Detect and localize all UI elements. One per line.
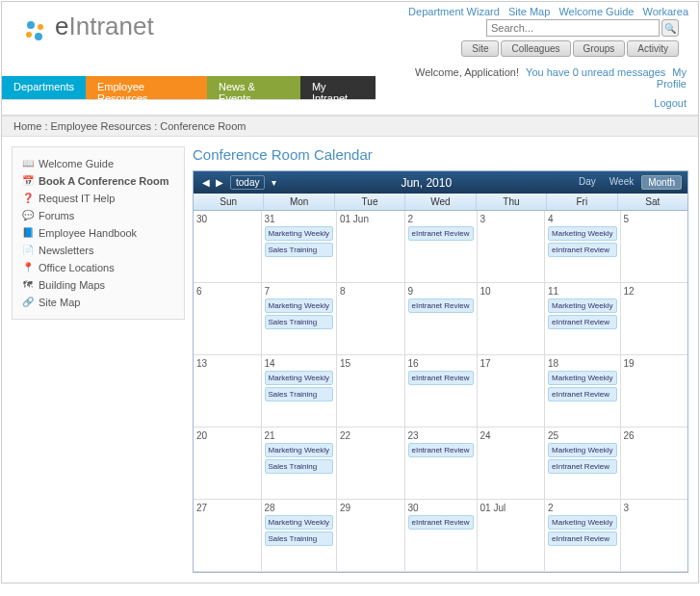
day-cell[interactable]: 17 (478, 355, 546, 428)
day-cell[interactable]: 2Marketing WeeklyeIntranet Review (545, 500, 620, 572)
calendar-event[interactable]: Marketing Weekly (265, 515, 333, 530)
day-cell[interactable]: 8 (337, 283, 405, 355)
logout-link[interactable]: Logout (654, 97, 687, 109)
day-cell[interactable]: 5 (621, 211, 688, 283)
day-cell[interactable]: 28Marketing WeeklySales Training (262, 500, 337, 572)
logo-e: e (55, 12, 68, 40)
calendar-event[interactable]: eIntranet Review (408, 226, 474, 241)
calendar-event[interactable]: Marketing Weekly (265, 226, 333, 241)
sidebar-employee-handbook[interactable]: 📘Employee Handbook (22, 224, 174, 242)
day-cell[interactable]: 31Marketing WeeklySales Training (262, 211, 337, 283)
calendar-event[interactable]: eIntranet Review (548, 531, 616, 546)
day-cell[interactable]: 3 (621, 500, 688, 572)
calendar-event[interactable]: Sales Training (265, 243, 333, 257)
calendar-event[interactable]: eIntranet Review (548, 387, 616, 402)
crumb-emp[interactable]: Employee Resources (51, 120, 152, 132)
day-cell[interactable]: 13 (194, 355, 262, 428)
day-cell[interactable]: 23eIntranet Review (405, 428, 478, 500)
day-number: 12 (624, 286, 686, 297)
cal-next-button[interactable]: ▶ (213, 177, 226, 188)
calendar-event[interactable]: Marketing Weekly (548, 515, 616, 530)
day-cell[interactable]: 2eIntranet Review (405, 211, 478, 283)
filter-activity[interactable]: Activity (627, 40, 679, 57)
cal-view-day[interactable]: Day (573, 175, 602, 190)
day-cell[interactable]: 29 (337, 500, 405, 572)
day-cell[interactable]: 22 (337, 428, 405, 500)
link-workarea[interactable]: Workarea (643, 6, 688, 17)
calendar-event[interactable]: eIntranet Review (548, 243, 616, 257)
day-cell[interactable]: 26 (621, 428, 688, 500)
calendar-event[interactable]: Marketing Weekly (548, 443, 616, 457)
day-cell[interactable]: 01 Jun (337, 211, 405, 283)
day-cell[interactable]: 20 (194, 428, 262, 500)
day-cell[interactable]: 11Marketing WeeklyeIntranet Review (545, 283, 620, 355)
link-welcome-guide[interactable]: Welcome Guide (558, 6, 634, 17)
calendar-event[interactable]: eIntranet Review (408, 443, 474, 457)
filter-colleagues[interactable]: Colleagues (501, 40, 570, 57)
calendar-event[interactable]: Sales Training (265, 459, 333, 474)
day-cell[interactable]: 30eIntranet Review (405, 500, 478, 572)
nav-news-events[interactable]: News & Events (207, 76, 300, 99)
day-cell[interactable]: 25Marketing WeeklyeIntranet Review (545, 428, 620, 500)
sidebar-office-locations[interactable]: 📍Office Locations (22, 259, 174, 276)
filter-site[interactable]: Site (461, 40, 499, 57)
day-cell[interactable]: 4Marketing WeeklyeIntranet Review (545, 211, 620, 283)
logo-icon (21, 17, 48, 46)
cal-prev-button[interactable]: ◀ (199, 177, 213, 188)
day-cell[interactable]: 6 (194, 283, 262, 355)
sidebar-building-maps[interactable]: 🗺Building Maps (22, 276, 174, 294)
svg-point-1 (38, 24, 43, 30)
day-cell[interactable]: 3 (478, 211, 546, 283)
sidebar-newsletters[interactable]: 📄Newsletters (22, 242, 174, 259)
sidebar-welcome-guide[interactable]: 📖Welcome Guide (22, 155, 174, 172)
search-button[interactable]: 🔍 (661, 19, 679, 37)
day-cell[interactable]: 30 (194, 211, 262, 283)
filter-groups[interactable]: Groups (573, 40, 626, 57)
cal-view-week[interactable]: Week (604, 175, 639, 190)
sidebar-forums[interactable]: 💬Forums (22, 207, 174, 224)
sidebar-request-it-help[interactable]: ❓Request IT Help (22, 190, 174, 207)
day-cell[interactable]: 27 (194, 500, 262, 572)
sidebar-book-conference-room[interactable]: 📅Book A Conference Room (22, 172, 174, 190)
unread-messages-link[interactable]: You have 0 unread messages (526, 66, 665, 78)
cal-view-month[interactable]: Month (641, 175, 682, 190)
calendar-event[interactable]: Marketing Weekly (265, 371, 333, 385)
cal-dropdown-icon[interactable]: ▾ (269, 177, 279, 188)
nav-employee-resources[interactable]: Employee Resources (86, 76, 207, 99)
nav-departments[interactable]: Departments (2, 76, 86, 99)
day-cell[interactable]: 01 Jul (478, 500, 546, 572)
day-cell[interactable]: 18Marketing WeeklyeIntranet Review (545, 355, 620, 428)
day-cell[interactable]: 9eIntranet Review (405, 283, 478, 355)
calendar-event[interactable]: eIntranet Review (408, 298, 474, 313)
calendar-event[interactable]: Marketing Weekly (548, 298, 616, 313)
day-cell[interactable]: 21Marketing WeeklySales Training (262, 428, 337, 500)
sidebar-site-map[interactable]: 🔗Site Map (22, 294, 174, 311)
day-cell[interactable]: 15 (337, 355, 405, 428)
day-cell[interactable]: 14Marketing WeeklySales Training (262, 355, 337, 428)
day-cell[interactable]: 10 (478, 283, 546, 355)
calendar-event[interactable]: eIntranet Review (408, 515, 474, 530)
calendar-event[interactable]: Marketing Weekly (548, 371, 616, 385)
crumb-home[interactable]: Home (13, 120, 41, 132)
calendar-event[interactable]: eIntranet Review (548, 315, 616, 329)
day-cell[interactable]: 7Marketing WeeklySales Training (262, 283, 337, 355)
search-input[interactable] (486, 19, 660, 37)
link-dept-wizard[interactable]: Department Wizard (408, 6, 500, 17)
day-cell[interactable]: 16eIntranet Review (405, 355, 478, 428)
calendar-event[interactable]: Sales Training (265, 387, 333, 402)
calendar-event[interactable]: Marketing Weekly (548, 226, 616, 241)
calendar-icon: 📅 (22, 175, 34, 187)
nav-my-intranet[interactable]: My Intranet (300, 76, 376, 99)
day-cell[interactable]: 19 (621, 355, 688, 428)
calendar-event[interactable]: eIntranet Review (548, 459, 616, 474)
day-cell[interactable]: 24 (478, 428, 546, 500)
calendar-event[interactable]: Marketing Weekly (265, 298, 333, 313)
cal-today-button[interactable]: today (230, 175, 265, 190)
link-site-map[interactable]: Site Map (508, 6, 550, 17)
calendar-event[interactable]: Sales Training (265, 531, 333, 546)
calendar-event[interactable]: Marketing Weekly (265, 443, 333, 457)
calendar-event[interactable]: eIntranet Review (408, 371, 474, 385)
day-cell[interactable]: 12 (621, 283, 688, 355)
day-number: 5 (624, 214, 686, 224)
calendar-event[interactable]: Sales Training (265, 315, 333, 329)
